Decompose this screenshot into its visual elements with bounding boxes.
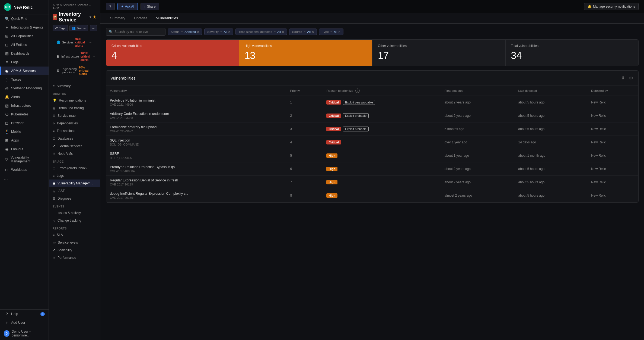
sidebar-item-synthetic[interactable]: ◎ Synthetic Monitoring bbox=[0, 84, 49, 93]
sidebar-item-apps[interactable]: ⊞ Apps bbox=[0, 136, 49, 145]
sidebar-item-apm-services[interactable]: ◉ APM & Services bbox=[0, 67, 49, 75]
teams-button[interactable]: 👥 Teams bbox=[69, 25, 88, 31]
sidebar-item-label: Apps bbox=[11, 138, 19, 142]
sidebar-item-all-capabilities[interactable]: ⊞ All Capabilities bbox=[0, 32, 49, 40]
tags-button[interactable]: 🏷 Tags bbox=[53, 25, 68, 31]
sec-nav-recommendations[interactable]: 💡 Recommendations bbox=[49, 97, 100, 104]
table-row[interactable]: Arbitrary Code Execution in underscore C… bbox=[106, 109, 638, 122]
vuln-name-cell: Prototype Pollution in minimist CVE-2021… bbox=[106, 96, 286, 109]
sec-nav-external-services[interactable]: ↗ External services bbox=[49, 142, 100, 150]
sidebar-item-mobile[interactable]: 📱 Mobile bbox=[0, 127, 49, 136]
manage-notifications-button[interactable]: 🔔 Manage security notifications bbox=[584, 3, 639, 10]
vuln-last-detected: 14 days ago bbox=[514, 136, 587, 149]
filter-time[interactable]: Time since first detected = All ✕ bbox=[235, 29, 287, 35]
external-services-icon: ↗ bbox=[53, 144, 55, 148]
vuln-last-detected: about 5 hours ago bbox=[514, 189, 587, 202]
sec-nav-performance[interactable]: ◎ Performance bbox=[49, 254, 100, 262]
sidebar-item-add-user[interactable]: + Add User bbox=[0, 318, 49, 327]
sidebar-item-traces[interactable]: ⟩ Traces bbox=[0, 75, 49, 84]
table-row[interactable]: SQL Injection SQL_DB_COMMAND 4 Critical … bbox=[106, 136, 638, 149]
vuln-cve: CVE-2022-29622 bbox=[110, 130, 283, 133]
more-nav-items[interactable]: ··· bbox=[0, 174, 49, 184]
sidebar-item-kubernetes[interactable]: ⎔ Kubernetes bbox=[0, 110, 49, 119]
sidebar-item-dashboards[interactable]: ▦ Dashboards bbox=[0, 49, 49, 58]
vuln-section-header: Vulnerabilities ⬇ ⚙ bbox=[106, 71, 638, 86]
sec-nav-service-map[interactable]: ⊞ Service map bbox=[49, 112, 100, 119]
reason-help-icon[interactable]: ? bbox=[355, 89, 360, 93]
tab-libraries[interactable]: Libraries bbox=[130, 13, 152, 23]
critical-vuln-card[interactable]: Critical vulnerabilities 4 bbox=[106, 40, 239, 66]
tab-vulnerabilities[interactable]: Vulnerabilities bbox=[152, 13, 182, 23]
sidebar-item-integrations[interactable]: + Integrations & Agents bbox=[0, 23, 49, 32]
sec-nav-node-vms[interactable]: ◎ Node VMs bbox=[49, 150, 100, 158]
vuln-cve: CVE-2021-23358 bbox=[110, 116, 283, 119]
filter-status[interactable]: Status = Affected ✕ bbox=[168, 29, 202, 35]
sec-nav-scalability[interactable]: ↗ Scalability bbox=[49, 246, 100, 254]
sec-nav-sla[interactable]: ≡ SLA bbox=[49, 231, 100, 239]
table-row[interactable]: Prototype Pollution Protection Bypass in… bbox=[106, 162, 638, 176]
sec-nav-issues-activity[interactable]: ⊡ Issues & activity bbox=[49, 209, 100, 217]
vuln-icon: ◉ bbox=[53, 181, 55, 185]
table-row[interactable]: debug Inefficient Regular Expression Com… bbox=[106, 189, 638, 202]
user-profile[interactable]: D Demo User – demonwre... bbox=[0, 327, 49, 340]
sec-nav-diagnose[interactable]: ⊞ Diagnose bbox=[49, 195, 100, 202]
sidebar-item-infrastructure[interactable]: ▧ Infrastructure bbox=[0, 101, 49, 110]
dependencies-icon: ⟡ bbox=[53, 121, 55, 125]
star-icon[interactable]: ★ bbox=[93, 15, 96, 19]
vuln-first-detected: about 2 years ago bbox=[441, 176, 515, 189]
sec-nav-iast[interactable]: ◎ IAST bbox=[49, 187, 100, 195]
sidebar-item-help[interactable]: ? Help 1 bbox=[0, 310, 49, 318]
search-box[interactable]: 🔍 bbox=[106, 28, 165, 36]
share-button[interactable]: ↑ Share bbox=[141, 3, 159, 10]
sidebar-item-all-entities[interactable]: ◻ All Entities bbox=[0, 40, 49, 49]
high-vuln-card[interactable]: High vulnerabilities 13 bbox=[239, 40, 372, 66]
more-actions-button[interactable]: ··· bbox=[90, 25, 97, 31]
table-row[interactable]: Regular Expression Denial of Service in … bbox=[106, 176, 638, 189]
content-area: 🔍 Status = Affected ✕ Severity = All ✕ T… bbox=[100, 24, 644, 340]
vuln-name: Regular Expression Denial of Service in … bbox=[110, 178, 283, 182]
ask-ai-button[interactable]: ✦ Ask AI bbox=[117, 3, 138, 10]
ops-icon: ⊞ bbox=[56, 69, 59, 73]
sec-nav-vuln-mgmt[interactable]: ◉ Vulnerability Managem... bbox=[49, 180, 100, 187]
download-button[interactable]: ⬇ bbox=[620, 74, 626, 82]
service-title: 📦 Inventory Service ▾ ★ bbox=[53, 11, 96, 23]
sec-nav-summary[interactable]: ≡ Summary bbox=[49, 82, 100, 90]
table-row[interactable]: SSRF HTTP_REQUEST 5 High about 1 year ag… bbox=[106, 149, 638, 162]
sec-nav-errors-inbox[interactable]: ⊡ Errors (errors inbox) bbox=[49, 164, 100, 172]
severity-badge: Critical bbox=[326, 140, 341, 144]
tab-summary[interactable]: Summary bbox=[106, 13, 130, 23]
sidebar-item-label: Traces bbox=[11, 78, 21, 81]
sidebar-item-alerts[interactable]: 🔔 Alerts bbox=[0, 93, 49, 101]
other-vuln-card[interactable]: Other vulnerabilities 17 bbox=[372, 40, 505, 66]
filter-severity[interactable]: Severity = All ✕ bbox=[204, 29, 233, 35]
sidebar-item-lookout[interactable]: ◉ Lookout bbox=[0, 145, 49, 153]
vuln-name: SSRF bbox=[110, 152, 283, 156]
settings-button[interactable]: ⚙ bbox=[628, 74, 634, 82]
sidebar-item-vuln-mgmt[interactable]: 🛡 Vulnerability Management bbox=[0, 153, 49, 165]
sidebar-item-quick-find[interactable]: 🔍 Quick Find bbox=[0, 14, 49, 23]
help-button[interactable]: ? bbox=[106, 3, 115, 10]
sec-nav-distributed-tracing[interactable]: ◎ Distributed tracing bbox=[49, 104, 100, 112]
filter-type[interactable]: Type = All ✕ bbox=[319, 29, 343, 35]
severity-badge: Critical bbox=[326, 100, 341, 105]
sidebar-item-logs[interactable]: ≡ Logs bbox=[0, 58, 49, 67]
other-card-value: 17 bbox=[378, 50, 500, 61]
sec-nav-transactions[interactable]: ≡ Transactions bbox=[49, 127, 100, 135]
monitor-section-label: MONITOR bbox=[49, 90, 100, 97]
search-input[interactable] bbox=[114, 30, 158, 34]
sec-nav-dependencies[interactable]: ⟡ Dependencies bbox=[49, 119, 100, 127]
sec-nav-change-tracking[interactable]: ∿ Change tracking bbox=[49, 217, 100, 224]
sec-nav-service-levels[interactable]: ▭ Service levels bbox=[49, 239, 100, 246]
filter-source[interactable]: Source = All ✕ bbox=[289, 29, 317, 35]
sidebar-item-workloads[interactable]: ◻ Workloads bbox=[0, 165, 49, 174]
sec-nav-databases[interactable]: ⊙ Databases bbox=[49, 135, 100, 142]
table-row[interactable]: Prototype Pollution in minimist CVE-2021… bbox=[106, 96, 638, 109]
sec-nav-logs-triage[interactable]: ≡ Logs bbox=[49, 172, 100, 180]
sidebar-item-browser[interactable]: ◻ Browser bbox=[0, 119, 49, 127]
total-vuln-card[interactable]: Total vulnerabilities 34 bbox=[505, 40, 639, 66]
workloads-icon: ◻ bbox=[5, 168, 9, 172]
grid-icon: ⊞ bbox=[5, 34, 9, 38]
table-row[interactable]: Formidable arbitrary file upload CVE-202… bbox=[106, 122, 638, 136]
plus-icon: + bbox=[5, 25, 9, 30]
chevron-down-icon[interactable]: ▾ bbox=[90, 15, 91, 19]
